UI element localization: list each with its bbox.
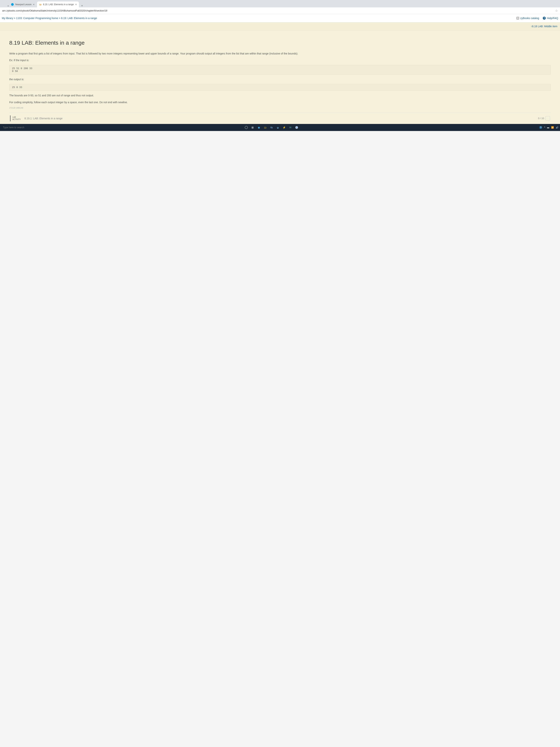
file-explorer-icon[interactable]: 🗂	[263, 126, 267, 129]
intro-text: Write a program that first gets a list o…	[9, 52, 551, 56]
lab-activity-header: LAB ACTIVITY 8.19.1: LAB: Elements in a …	[9, 113, 551, 124]
tab-label: 8.19. LAB: Elements in a range	[43, 3, 74, 6]
tab-strip: × Nearpod Lesson × zy 8.19. LAB: Element…	[0, 0, 560, 7]
lab-badge-line1: LAB	[12, 116, 21, 119]
input-code-block: 25 51 0 200 33 0 50	[9, 65, 551, 75]
taskbar-app-icons: ⊞ ◉ 🗂 🛍 ⬙ ⚡ ✉	[244, 126, 298, 129]
main-content: 8.19 LAB: Elements in a range Write a pr…	[0, 30, 560, 124]
score-text: 0 / 10	[538, 117, 544, 120]
wifi-icon[interactable]: 📶	[551, 126, 554, 129]
chrome-icon[interactable]	[295, 126, 298, 129]
url-text[interactable]: arn.zybooks.com/zybook/OklahomaStateUniv…	[2, 9, 107, 12]
tray-help-icon[interactable]: ?	[539, 126, 542, 129]
app-icon[interactable]: ⚡	[282, 126, 286, 129]
address-bar: arn.zybooks.com/zybook/OklahomaStateUniv…	[0, 7, 560, 14]
catalog-label: zyBooks catalog	[520, 17, 539, 20]
prev-section-link[interactable]: ↑8.18 LAB: Middle item	[531, 25, 557, 28]
nearpod-icon	[11, 3, 14, 6]
tab-nearpod[interactable]: Nearpod Lesson ×	[9, 1, 37, 7]
tray-chevron-icon[interactable]: ^	[544, 126, 545, 129]
lab-badge-line2: ACTIVITY	[12, 119, 21, 121]
output-code-block: 25 0 33	[9, 84, 551, 91]
edge-icon[interactable]: ◉	[257, 126, 261, 129]
page-title: 8.19 LAB: Elements in a range	[9, 40, 551, 46]
close-icon[interactable]: ×	[33, 3, 34, 6]
watermark: 272120 1465140	[9, 107, 551, 109]
task-view-icon[interactable]: ⊞	[251, 126, 255, 129]
catalog-link[interactable]: zyBooks catalog	[516, 17, 539, 20]
tab-label: Nearpod Lesson	[15, 3, 31, 6]
lab-activity-title: 8.19.1: LAB: Elements in a range	[23, 117, 538, 120]
close-icon[interactable]: ×	[75, 3, 77, 6]
tab-zybooks[interactable]: zy 8.19. LAB: Elements in a range ×	[37, 1, 79, 7]
output-label: the output is:	[9, 77, 551, 81]
help-link[interactable]: ? Help/FAQ	[543, 17, 558, 20]
new-tab-button[interactable]: +	[79, 4, 85, 7]
breadcrumb[interactable]: My library > 1103: Computer Programming …	[2, 17, 97, 20]
prev-section-banner: ↑8.18 LAB: Middle item	[0, 22, 560, 30]
mail-icon[interactable]: ✉	[289, 126, 292, 129]
battery-icon[interactable]: ▬	[547, 126, 549, 129]
example-label: Ex: If the input is:	[9, 58, 551, 62]
note-bounds: The bounds are 0-50, so 51 and 200 are o…	[9, 93, 551, 98]
note-format: For coding simplicity, follow each outpu…	[9, 100, 551, 104]
system-tray: ? ^ ▬ 📶 🔊	[539, 126, 559, 129]
breadcrumb-bar: My library > 1103: Computer Programming …	[0, 14, 560, 22]
windows-taskbar: ⊞ ◉ 🗂 🛍 ⬙ ⚡ ✉ ? ^ ▬ 📶 🔊	[0, 124, 560, 131]
lab-badge: LAB ACTIVITY	[10, 115, 23, 121]
lab-score: 0 / 10	[538, 116, 550, 121]
zybooks-icon: zy	[39, 3, 42, 5]
help-label: Help/FAQ	[547, 17, 558, 20]
dropbox-icon[interactable]: ⬙	[276, 126, 279, 129]
taskbar-search-input[interactable]	[1, 125, 244, 130]
store-icon[interactable]: 🛍	[270, 126, 273, 129]
help-icon: ?	[543, 17, 546, 20]
bookmark-star-icon[interactable]: ☆	[555, 9, 558, 12]
volume-icon[interactable]: 🔊	[556, 126, 559, 129]
cortana-icon[interactable]	[244, 126, 248, 129]
catalog-icon	[516, 17, 519, 20]
score-box-icon	[545, 116, 550, 121]
svg-point-2	[296, 127, 297, 128]
leading-close-icon[interactable]: ×	[7, 4, 9, 7]
